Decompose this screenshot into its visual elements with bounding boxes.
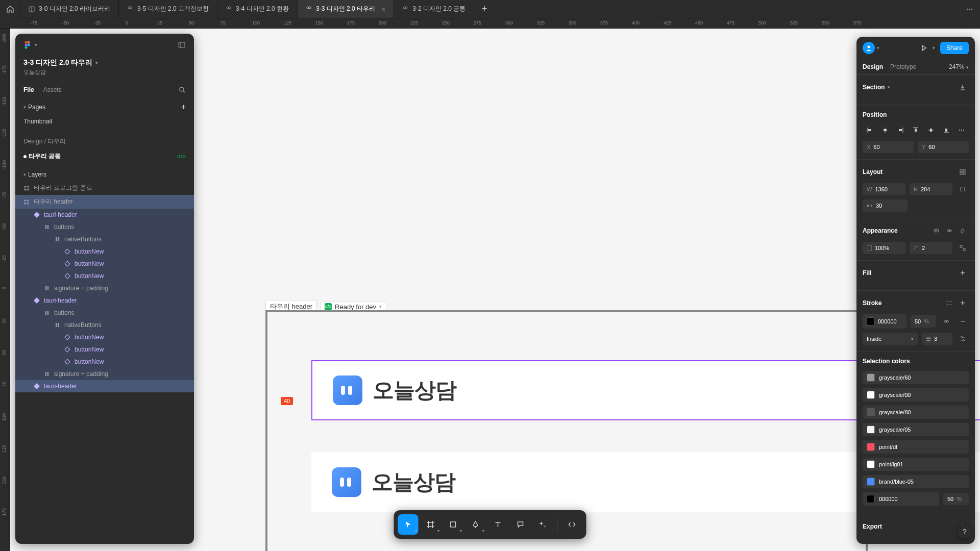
stroke-position-select[interactable]: Inside ▾ <box>863 333 918 345</box>
layer-row[interactable]: nativeButtons <box>15 233 194 245</box>
chevron-down-icon[interactable]: ▾ <box>23 105 26 110</box>
layer-row[interactable]: tauri-header <box>15 380 194 392</box>
color-style-button[interactable]: point/lg01 <box>863 458 969 471</box>
link-dimensions-button[interactable] <box>957 183 969 195</box>
color-opacity-input[interactable]: 50 % <box>943 493 969 505</box>
move-tool[interactable]: ▾ <box>398 514 419 535</box>
svg-rect-54 <box>945 129 947 132</box>
droplet-icon[interactable] <box>957 224 969 237</box>
search-button[interactable] <box>179 86 186 93</box>
page-current[interactable]: 타우리 공통 </> <box>15 149 194 164</box>
stroke-weight-input[interactable]: 3 <box>922 333 952 345</box>
layer-label: buttonNew <box>75 248 104 255</box>
layer-row[interactable]: tauri-header <box>15 209 194 221</box>
download-icon[interactable] <box>957 81 969 93</box>
color-style-button[interactable]: grayscale/60 <box>863 371 969 384</box>
file-title[interactable]: 3-3 디자인 2.0 타우리 ▾ <box>15 56 194 68</box>
color-style-button[interactable]: grayscale/80 <box>863 406 969 419</box>
tab-4[interactable]: 3-2 디자인 2.0 공통 <box>394 0 474 18</box>
corner-radius-detail-button[interactable] <box>957 242 969 254</box>
frame-tool[interactable]: ▾ <box>421 514 441 535</box>
tab-assets[interactable]: Assets <box>43 82 62 97</box>
layer-row[interactable]: buttonNew <box>15 245 194 258</box>
dev-mode-toggle[interactable] <box>562 514 582 535</box>
layer-row[interactable]: tauri-header <box>15 294 194 307</box>
help-button[interactable]: ? <box>958 524 972 539</box>
tab-prototype[interactable]: Prototype <box>890 59 916 74</box>
gap-input[interactable]: 30 <box>863 199 908 212</box>
tab-0[interactable]: 3-0 디자인 2.0 라이브러리 <box>20 0 119 18</box>
layer-row[interactable]: buttonNew <box>15 270 194 282</box>
height-input[interactable]: H284 <box>910 183 952 195</box>
align-bottom-button[interactable] <box>939 123 953 137</box>
home-button[interactable] <box>0 0 20 18</box>
visibility-icon[interactable] <box>943 224 955 237</box>
radius-input[interactable]: 2 <box>910 242 952 254</box>
layer-row[interactable]: signature + padding <box>15 368 194 380</box>
present-button[interactable] <box>920 44 927 52</box>
autolayout-icon[interactable] <box>957 166 969 178</box>
color-hex-input[interactable]: 000000 <box>863 492 939 506</box>
file-subtitle[interactable]: 오늘상담 <box>15 68 194 82</box>
width-input[interactable]: W1360 <box>863 183 905 195</box>
align-vcenter-button[interactable] <box>924 123 938 137</box>
tab-1[interactable]: 3-5 디자인 2.0 고객정보창 <box>119 0 217 18</box>
style-icon[interactable] <box>943 297 955 309</box>
stroke-opacity-input[interactable]: 50 % <box>911 315 936 328</box>
page-thumbnail[interactable]: Thumbnail <box>15 115 194 128</box>
layer-row[interactable]: 타우리 header <box>15 195 194 209</box>
close-icon[interactable]: × <box>381 5 385 13</box>
add-stroke-button[interactable]: + <box>957 297 969 309</box>
y-input[interactable]: Y60 <box>918 141 969 153</box>
visibility-icon[interactable] <box>940 315 952 328</box>
figma-menu-button[interactable]: ▾ <box>23 41 37 49</box>
blend-icon[interactable] <box>930 224 942 237</box>
layer-row[interactable]: signature + padding <box>15 282 194 294</box>
color-swatch <box>867 460 875 468</box>
align-right-button[interactable] <box>893 123 908 137</box>
color-style-button[interactable]: grayscale/00 <box>863 388 969 402</box>
chevron-down-icon[interactable]: ▾ <box>933 45 935 51</box>
avatar[interactable] <box>863 42 875 54</box>
chevron-down-icon[interactable]: ▾ <box>888 85 890 90</box>
tab-2[interactable]: 3-4 디자인 2.0 현황 <box>217 0 298 18</box>
layer-row[interactable]: 타우리 프로그램 종료 <box>15 181 194 195</box>
new-tab-button[interactable]: + <box>474 0 495 18</box>
zoom-level[interactable]: 247% ▾ <box>949 63 969 70</box>
remove-stroke-button[interactable]: − <box>957 315 969 328</box>
x-input[interactable]: X60 <box>863 141 914 153</box>
collapse-panel-button[interactable] <box>178 41 186 49</box>
layer-row[interactable]: buttons <box>15 221 194 233</box>
align-left-button[interactable] <box>863 123 877 137</box>
tab-3[interactable]: 3-3 디자인 2.0 타우리 × <box>298 0 394 18</box>
layer-row[interactable]: buttonNew <box>15 356 194 368</box>
fill-title: Fill <box>863 269 871 277</box>
color-style-button[interactable]: brand/blue-05 <box>863 475 969 488</box>
more-align-button[interactable] <box>954 123 969 137</box>
pen-tool[interactable]: ▾ <box>465 514 486 535</box>
align-hcenter-button[interactable] <box>878 123 892 137</box>
tab-design[interactable]: Design <box>863 59 883 74</box>
stroke-color-input[interactable]: 000000 <box>863 314 906 329</box>
layer-row[interactable]: buttonNew <box>15 331 194 343</box>
align-top-button[interactable] <box>909 123 923 137</box>
layer-row[interactable]: buttons <box>15 307 194 319</box>
tab-file[interactable]: File <box>23 82 34 97</box>
chevron-down-icon[interactable]: ▾ <box>23 172 26 177</box>
overflow-menu-button[interactable] <box>960 0 980 18</box>
text-tool[interactable] <box>488 514 508 535</box>
share-button[interactable]: Share <box>940 42 969 54</box>
actions-tool[interactable] <box>533 514 553 535</box>
add-fill-button[interactable]: + <box>957 267 969 279</box>
shape-tool[interactable]: ▾ <box>443 514 463 535</box>
comment-tool[interactable] <box>510 514 531 535</box>
opacity-input[interactable]: 100% <box>863 242 905 254</box>
layer-row[interactable]: buttonNew <box>15 258 194 270</box>
stroke-settings-button[interactable] <box>957 333 969 345</box>
layer-row[interactable]: nativeButtons <box>15 319 194 331</box>
add-page-button[interactable]: + <box>181 103 186 112</box>
chevron-down-icon[interactable]: ▾ <box>877 45 879 51</box>
layer-row[interactable]: buttonNew <box>15 343 194 356</box>
color-style-button[interactable]: point/df <box>863 440 969 454</box>
color-style-button[interactable]: grayscale/05 <box>863 423 969 436</box>
